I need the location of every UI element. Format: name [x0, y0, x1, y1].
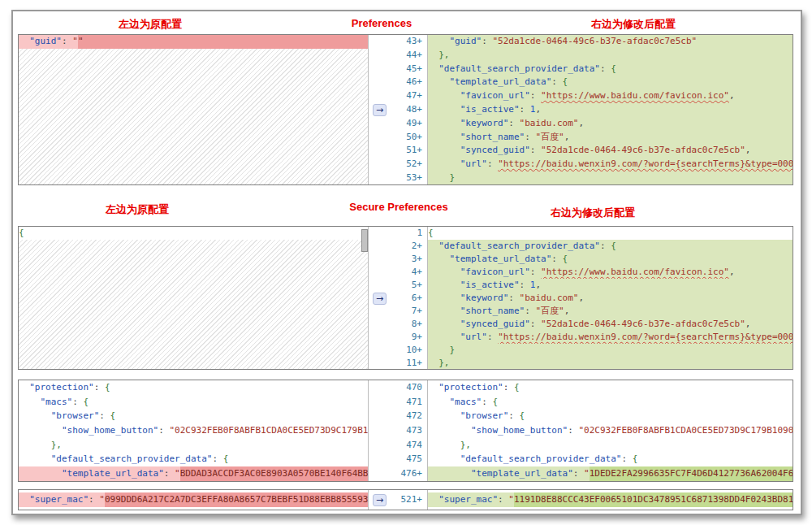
code-segment [428, 35, 450, 49]
code-segment: "default_search_provider_data" [438, 63, 600, 76]
code-segment: "02C932FEB0F8ABFB1CDA0CE5ED73D9C179B1090… [578, 423, 793, 438]
code-segment: : [508, 409, 519, 423]
line-number: 476+ [369, 466, 427, 481]
line-number: 470 [369, 380, 427, 395]
code-segment [428, 305, 460, 318]
code-segment [428, 63, 438, 76]
original-config-pane: "protection": { "macs": { "browser": { "… [19, 380, 369, 481]
code-segment [19, 35, 29, 49]
code-line: "default_search_provider_data": { [19, 452, 368, 466]
code-line: "browser": { [19, 409, 368, 423]
line-number: 53+ [369, 171, 427, 185]
line-number: 43+ [369, 35, 427, 49]
code-line: "show_home_button": "02C932FEB0F8ABFB1CD… [428, 423, 793, 438]
code-segment [428, 131, 460, 145]
annotation-right-modified-1: 右边为修改后配置 [591, 17, 676, 32]
code-segment: , [745, 318, 751, 331]
line-number: 47+ [369, 89, 427, 103]
code-line: "is_active": 1, [428, 103, 793, 117]
code-segment: { [428, 227, 434, 240]
code-line: "template_url_data": "BDDAD3ACCDF3AC0E89… [19, 466, 368, 481]
inline-diff-fill: " [78, 35, 368, 49]
code-segment: : [503, 380, 514, 395]
code-segment: "short_name" [460, 305, 525, 318]
code-segment: { [105, 380, 110, 395]
code-segment: 1191D8E88CCC43EF0065101DC3478951C6871398… [514, 492, 793, 507]
diff-gutter: 43+44+45+46+47+48+49+50+51+52+53+→ [369, 35, 428, 184]
no-content-hatch [19, 49, 368, 184]
code-segment [19, 380, 29, 395]
line-number: 5+ [369, 279, 427, 292]
code-line: "is_active": 1, [428, 279, 793, 292]
code-segment: : [498, 492, 508, 507]
code-segment [428, 292, 460, 305]
code-segment: "keyword" [460, 117, 509, 131]
code-segment: "keyword" [460, 292, 509, 305]
code-line: "template_url_data": { [428, 76, 793, 89]
code-segment: : [621, 452, 632, 466]
copy-change-arrow-button[interactable]: → [373, 104, 387, 116]
code-segment: "52da1cde-0464-49c6-b37e-afdac0c7e5cb" [493, 35, 698, 49]
diff-gutter: 521+→ [369, 490, 428, 510]
annotation-right-modified-2: 右边为修改后配置 [551, 206, 635, 220]
line-number: 46+ [369, 76, 427, 89]
line-number: 50+ [369, 131, 427, 145]
copy-change-arrow-button[interactable]: → [373, 293, 387, 305]
code-line: "default_search_provider_data": { [428, 63, 793, 76]
code-segment [428, 171, 450, 184]
code-segment: " [508, 492, 514, 507]
code-segment [428, 331, 460, 344]
code-segment: " [72, 35, 78, 49]
code-segment: "guid" [450, 35, 482, 49]
code-segment: } [450, 344, 456, 357]
code-segment: { [19, 227, 24, 240]
diff-panel-super-mac: "super_mac": "099DDD6A217C2A7DC3EFFA80A8… [18, 489, 793, 510]
code-segment: "super_mac" [438, 492, 498, 507]
code-segment: }, [438, 357, 449, 369]
code-segment: { [520, 409, 525, 423]
code-segment: "browser" [460, 409, 509, 423]
line-number: 8+ [369, 318, 427, 331]
copy-change-arrow-button[interactable]: → [373, 494, 387, 506]
code-segment: "https://baidu.wenxin9.com/?word={search… [498, 331, 793, 344]
code-segment: { [223, 452, 229, 466]
code-segment: : [568, 423, 578, 438]
code-segment: : [530, 89, 541, 103]
code-segment: "template_url_data" [62, 466, 164, 481]
line-number: 474 [369, 438, 427, 453]
modified-config-pane: "protection": { "macs": { "browser": { "… [428, 380, 793, 481]
diff-gutter: 12+3+4+5+6+7+8+9+10+11+→ [369, 227, 428, 369]
code-segment: "show_home_button" [62, 423, 158, 438]
line-number: 49+ [369, 117, 427, 131]
code-segment: { [514, 380, 520, 395]
code-line: "default_search_provider_data": { [428, 240, 793, 253]
code-line: "short_name": "百度", [428, 305, 793, 318]
code-segment: "template_url_data" [450, 253, 552, 266]
code-segment: : [487, 158, 498, 171]
line-number: 3+ [369, 253, 427, 266]
code-segment: : [89, 492, 99, 507]
code-line: "url": "https://baidu.wenxin9.com/?word=… [428, 331, 793, 344]
code-segment: : [600, 63, 611, 76]
code-segment: , [729, 89, 735, 103]
code-segment: : [487, 331, 498, 344]
code-segment: "synced_guid" [460, 144, 530, 158]
code-segment: "百度" [535, 305, 564, 318]
code-line: "favicon_url": "https://www.baidu.com/fa… [428, 89, 793, 103]
code-line: "super_mac": "099DDD6A217C2A7DC3EFFA80A8… [19, 492, 368, 507]
line-number: 11+ [369, 357, 427, 370]
code-segment: "macs" [41, 395, 73, 410]
code-segment [428, 144, 460, 158]
code-segment: , [578, 117, 584, 131]
code-segment [428, 76, 450, 89]
code-segment [428, 49, 438, 63]
line-number: 51+ [369, 144, 427, 158]
code-segment: "favicon_url" [460, 89, 530, 103]
code-segment: : [600, 240, 611, 253]
left-pane-scrollbar-thumb[interactable] [361, 229, 368, 252]
code-segment [428, 279, 460, 292]
line-number: 472 [369, 409, 427, 423]
code-segment: 1DEDE2FA2996635FC7F4D6D4127736A62004F63F… [590, 466, 793, 481]
code-segment [428, 158, 460, 171]
diff-panel-preferences: "guid": "" 43+44+45+46+47+48+49+50+51+52… [18, 34, 793, 185]
